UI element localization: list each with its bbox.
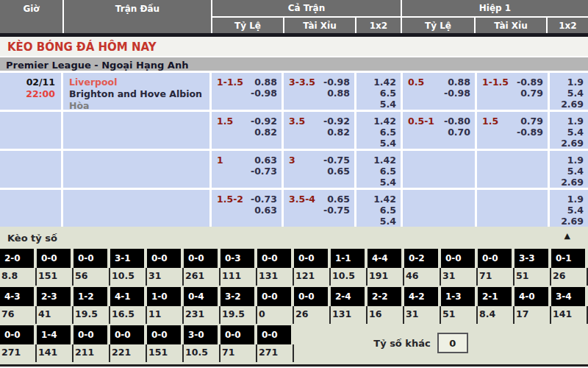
league-title-bar: Premier League - Ngoại Hạng Anh [0,56,588,71]
match-date: 02/11 [0,77,55,88]
score-cell[interactable]: 1-219.5 [74,286,110,324]
score-cell[interactable]: 3-351 [514,247,551,286]
other-score-cell: Tỷ số khác0 [294,324,588,362]
odds-value-top: -0.89 [517,77,543,88]
score-cell[interactable]: 0-071 [220,324,257,362]
score-odds: 56 [74,268,110,286]
score-cell[interactable]: 2-216 [368,286,404,324]
h1-handicap-cell[interactable]: 0.5-1-0.800.70 [403,112,475,149]
score-cell[interactable]: 0-0131 [257,247,294,286]
score-cell[interactable]: 0-056 [74,247,110,286]
score-label: 3-2 [220,287,254,306]
ft-handicap-cell[interactable]: 1-1.50.88-0.98 [212,73,282,110]
ft-1x2-cell[interactable]: 1.426.55.4 [356,151,401,188]
h1-handicap-cell[interactable] [403,151,475,188]
score-label: 3-3 [514,249,548,268]
odds-value-top: 0.65 [323,194,350,205]
ft-overunder-cell[interactable]: 3.5-0.920.82 [284,112,354,149]
score-cell[interactable]: 0-3111 [220,247,257,286]
score-odds: 211 [74,344,110,362]
score-odds: 26 [294,306,331,324]
score-label: 0-0 [220,325,254,344]
h1-overunder-cell[interactable] [477,151,548,188]
score-cell[interactable]: 0-0271 [0,324,37,362]
score-cell[interactable]: 0-071 [478,247,514,286]
score-cell[interactable]: 4-116.5 [110,286,147,324]
h1-1x2-cell[interactable]: 1.95.42.69 [550,112,588,149]
score-cell[interactable]: 4-017 [514,286,551,324]
ft-handicap-cell[interactable]: 1.5-2-0.730.63 [212,190,282,227]
score-cell[interactable]: 4-376 [0,286,37,324]
ft-handicap-cell[interactable]: 10.63-0.73 [212,151,282,188]
score-cell[interactable]: 0-031 [441,247,478,286]
score-label: 0-0 [478,249,512,268]
ft-1x2-cell[interactable]: 1.426.55.4 [356,112,401,149]
h1-handicap-cell[interactable] [403,190,475,227]
score-label: 0-0 [257,287,291,306]
score-odds: 111 [220,268,257,286]
odds-line: 3.5 [289,116,305,149]
ft-1x2-cell[interactable]: 1.426.55.4 [356,73,401,110]
score-odds: 41 [37,306,74,324]
h1-overunder-cell[interactable]: 1.50.79-0.89 [477,112,548,149]
odds-1x2-value: 5.4 [356,99,396,110]
score-cell[interactable]: 3-219.5 [220,286,257,324]
odds-1x2-value: 5.4 [550,88,584,99]
score-cell[interactable]: 0-126 [551,247,588,286]
score-label: 0-0 [294,249,328,268]
score-cell[interactable]: 0-0271 [257,324,294,362]
score-label: 0-0 [184,249,218,268]
ft-overunder-cell[interactable]: 3-3.5-0.980.88 [284,73,354,110]
h1-1x2-cell[interactable]: 1.95.42.69 [550,73,588,110]
score-cell[interactable]: 1-110.5 [331,247,368,286]
score-label: 4-4 [368,249,401,268]
score-label: 0-0 [37,249,71,268]
ft-1x2-cell[interactable]: 1.426.55.4 [356,190,401,227]
score-cell[interactable]: 0-0151 [37,247,74,286]
odds-row: 10.63-0.733-0.750.651.426.55.41.95.42.69 [0,151,588,188]
score-cell[interactable]: 0-246 [404,247,441,286]
score-cell[interactable]: 1-351 [441,286,478,324]
odds-value-bottom: 0.79 [517,88,543,99]
score-odds: 131 [257,268,294,286]
score-odds: 11 [147,306,184,324]
h1-1x2-cell[interactable]: 1.95.42.69 [550,190,588,227]
score-label: 0-0 [294,287,328,306]
ft-handicap-cell[interactable]: 1.5-0.920.82 [212,112,282,149]
collapse-arrow-icon[interactable]: ▲ [564,231,570,241]
score-cell[interactable]: 2-4131 [331,286,368,324]
score-cell[interactable]: 0-0261 [184,247,220,286]
score-cell[interactable]: 0-0221 [110,324,147,362]
score-cell[interactable]: 0-0151 [147,324,184,362]
h1-1x2-cell[interactable]: 1.95.42.69 [550,151,588,188]
h1-overunder-cell[interactable]: 1-1.5-0.890.79 [477,73,548,110]
ft-overunder-cell[interactable]: 3.5-40.65-0.75 [284,190,354,227]
score-cell[interactable]: 0-0121 [294,247,331,286]
score-cell[interactable]: 3-110.5 [110,247,147,286]
score-cell[interactable]: 0-0211 [74,324,110,362]
odds-1x2-value: 1.42 [356,155,396,166]
score-cell[interactable]: 0-026 [294,286,331,324]
score-cell[interactable]: 0-031 [147,247,184,286]
score-cell[interactable]: 1-011 [147,286,184,324]
score-cell[interactable]: 3-010.5 [184,324,220,362]
score-label: 2-0 [0,249,34,268]
ft-overunder-cell[interactable]: 3-0.750.65 [284,151,354,188]
h1-overunder-cell[interactable] [477,190,548,227]
column-header-h1-handicap: Tỷ Lệ [401,18,474,33]
score-odds: 71 [478,268,514,286]
score-cell[interactable]: 2-08.8 [0,247,37,286]
score-cell[interactable]: 4-231 [404,286,441,324]
odds-1x2-value: 6.5 [356,127,396,138]
score-cell[interactable]: 0-00 [257,286,294,324]
other-score-value-box[interactable]: 0 [437,333,468,353]
odds-line: 1.5 [217,116,233,149]
score-cell[interactable]: 1-4141 [37,324,74,362]
score-cell[interactable]: 2-18.4 [478,286,514,324]
score-cell[interactable]: 3-4141 [551,286,588,324]
score-odds: 261 [184,268,220,286]
h1-handicap-cell[interactable]: 0.50.88-0.98 [403,73,475,110]
score-cell[interactable]: 4-4191 [368,247,404,286]
score-cell[interactable]: 2-341 [37,286,74,324]
score-cell[interactable]: 0-4231 [184,286,220,324]
